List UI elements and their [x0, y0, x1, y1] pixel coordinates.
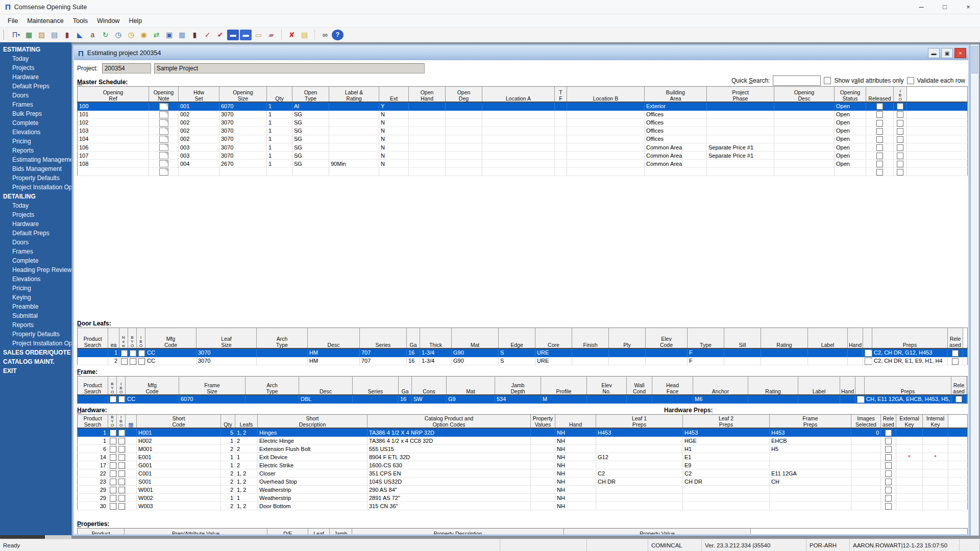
table-cell[interactable]: HM	[308, 348, 360, 357]
table-cell[interactable]: 1	[235, 453, 258, 461]
toolbar-grip[interactable]	[3, 30, 7, 40]
table-cell[interactable]: Open	[835, 118, 866, 127]
table-cell[interactable]: 14	[78, 453, 108, 461]
table-cell[interactable]: 16	[399, 395, 412, 404]
table-cell[interactable]	[798, 395, 840, 404]
table-cell[interactable]: E001	[137, 453, 221, 461]
sidebar-item-hardware[interactable]: Hardware	[0, 219, 71, 229]
table-cell[interactable]	[894, 127, 907, 135]
column-header[interactable]: LeafSize	[197, 328, 257, 348]
table-cell[interactable]	[531, 469, 555, 478]
table-cell[interactable]: H1	[683, 445, 770, 453]
table-row[interactable]: 1CC3070HM707161-3/4G90SUREFC2, CH DR, G1…	[78, 348, 968, 357]
table-row[interactable]: 30W00321, 2Door Bottom315 CN 36"NH	[78, 502, 968, 510]
table-cell[interactable]: 1-3/4	[420, 357, 452, 365]
column-header[interactable]: TF	[555, 87, 567, 102]
table-cell[interactable]	[896, 478, 923, 486]
table-row[interactable]: 6M00122Extension Flush Bolt555 US15NHH1H…	[78, 445, 968, 453]
table-cell[interactable]: 1600-CS 630	[368, 461, 531, 469]
column-header[interactable]: Leaf 2Preps	[683, 414, 770, 428]
table-cell[interactable]	[707, 160, 774, 168]
table-cell[interactable]: G12	[596, 453, 683, 461]
sidebar-item-heading-prep-review[interactable]: Heading Prep Review	[0, 265, 71, 274]
table-cell[interactable]: 1	[267, 143, 292, 151]
print-icon[interactable]: ▤	[48, 30, 60, 40]
checkbox[interactable]	[110, 446, 116, 453]
table-cell[interactable]: 2	[221, 486, 235, 494]
sidebar-item-reports[interactable]: Reports	[0, 320, 71, 330]
table-cell[interactable]	[329, 168, 379, 176]
sidebar-item-pricing[interactable]: Pricing	[0, 284, 71, 293]
table-cell[interactable]: 5	[221, 428, 235, 437]
table-cell[interactable]	[108, 494, 117, 502]
table-cell[interactable]: 29	[78, 486, 108, 494]
table-cell[interactable]	[923, 461, 948, 469]
table-cell[interactable]: 30	[78, 502, 108, 510]
table-cell[interactable]: SG	[292, 118, 329, 127]
table-cell[interactable]: H453	[770, 428, 851, 437]
sidebar-item-pricing[interactable]: Pricing	[0, 137, 71, 146]
sidebar-item-project-installation-oper[interactable]: Project Installation Oper	[0, 339, 71, 348]
table-row[interactable]: 10000160701AIYExteriorOpen	[78, 102, 968, 111]
sidebar-item-bulk-preps[interactable]: Bulk Preps	[0, 109, 71, 118]
table-cell[interactable]	[851, 502, 881, 510]
table-cell[interactable]	[555, 160, 567, 168]
table-cell[interactable]	[555, 168, 567, 176]
table-cell[interactable]	[292, 168, 329, 176]
table-cell[interactable]: Weatherstrip	[258, 486, 368, 494]
table-cell[interactable]: 1	[267, 110, 292, 118]
table-cell[interactable]: 2	[108, 357, 119, 365]
table-cell[interactable]	[257, 357, 308, 365]
column-header[interactable]: Released	[948, 328, 963, 348]
column-header[interactable]: ea	[108, 328, 119, 348]
checkbox[interactable]	[885, 479, 892, 485]
column-header[interactable]: ElevCode	[646, 328, 688, 348]
table-cell[interactable]: G90	[452, 357, 499, 365]
column-header[interactable]: ProductSearch	[78, 328, 108, 348]
sidebar-section-catalog-maint-[interactable]: CATALOG MAINT.	[0, 357, 71, 366]
table-cell[interactable]: C2, CH DR, E1, E9, H1, H4	[872, 357, 948, 365]
table-row[interactable]: 2CC3070HM707161-3/4G90SUREFC2, CH DR, E1…	[78, 357, 968, 365]
table-cell[interactable]	[866, 168, 894, 176]
column-header[interactable]: Qty	[221, 414, 235, 428]
table-cell[interactable]: N	[379, 160, 409, 168]
table-cell[interactable]: 16	[407, 348, 420, 357]
table-cell[interactable]	[567, 168, 645, 176]
table-cell[interactable]	[149, 152, 179, 160]
sidebar-item-today[interactable]: Today	[0, 201, 71, 210]
sidebar-item-frames[interactable]: Frames	[0, 247, 71, 256]
column-header[interactable]: Desc	[308, 328, 360, 348]
table-cell[interactable]	[117, 461, 126, 469]
table-row[interactable]: 10700330701SGNCommon AreaSeparate Price …	[78, 152, 968, 160]
column-header[interactable]: New	[119, 328, 128, 348]
table-cell[interactable]: Electric Strike	[258, 461, 368, 469]
checkbox[interactable]	[130, 350, 136, 357]
table-cell[interactable]: *	[896, 453, 923, 461]
checkbox[interactable]	[876, 169, 883, 176]
checkbox[interactable]	[876, 103, 883, 110]
table-cell[interactable]	[126, 437, 137, 445]
table-cell[interactable]	[881, 494, 896, 502]
table-cell[interactable]: 23	[78, 478, 108, 486]
note-icon[interactable]	[159, 103, 168, 110]
sidebar-item-complete[interactable]: Complete	[0, 118, 71, 128]
table-cell[interactable]	[851, 461, 881, 469]
table-cell[interactable]: AI	[292, 102, 329, 111]
table-cell[interactable]	[851, 486, 881, 494]
table-cell[interactable]: 002	[179, 127, 219, 135]
table-cell[interactable]	[572, 348, 609, 357]
table-cell[interactable]	[108, 502, 117, 510]
table-cell[interactable]	[881, 469, 896, 478]
column-header[interactable]: Label &Rating	[329, 87, 379, 102]
checkbox[interactable]	[885, 470, 892, 477]
table-cell[interactable]: 002	[179, 118, 219, 127]
column-header[interactable]: Released	[881, 414, 896, 428]
table-cell[interactable]: Offices	[645, 135, 707, 143]
column-header[interactable]: Qty	[267, 87, 292, 102]
maximize-button[interactable]: □	[933, 0, 957, 14]
table-cell[interactable]	[78, 348, 108, 357]
sidebar-item-submittal[interactable]: Submittal	[0, 311, 71, 320]
table-cell[interactable]	[948, 348, 963, 357]
table-cell[interactable]: W002	[137, 494, 221, 502]
table-cell[interactable]: 2	[235, 461, 258, 469]
